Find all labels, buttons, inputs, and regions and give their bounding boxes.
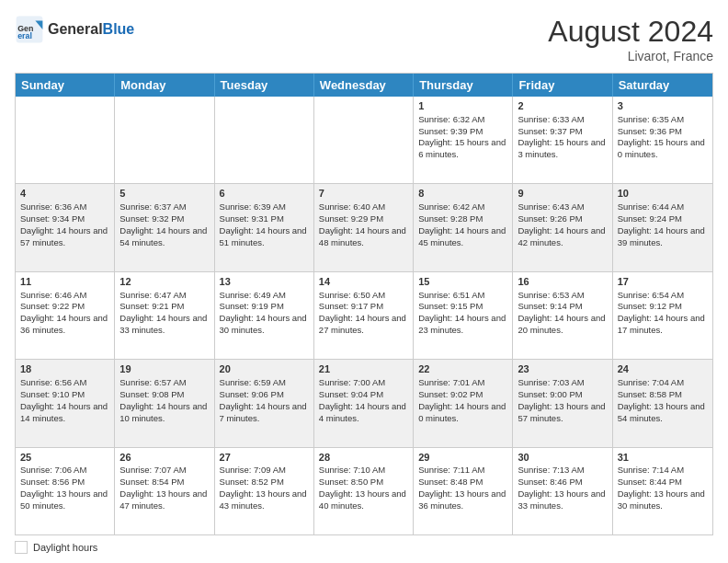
header-thursday: Thursday bbox=[414, 74, 513, 97]
cal-cell-1-6: 2Sunrise: 6:33 AMSunset: 9:37 PMDaylight… bbox=[513, 97, 612, 183]
cal-cell-5-5: 29Sunrise: 7:11 AMSunset: 8:48 PMDayligh… bbox=[414, 448, 513, 534]
sunset-text: Sunset: 8:52 PM bbox=[220, 477, 309, 488]
cal-cell-1-2 bbox=[115, 97, 214, 183]
sunrise-text: Sunrise: 6:39 AM bbox=[220, 201, 309, 213]
calendar-header: Sunday Monday Tuesday Wednesday Thursday… bbox=[16, 74, 712, 97]
cal-cell-4-1: 18Sunrise: 6:56 AMSunset: 9:10 PMDayligh… bbox=[16, 360, 115, 446]
daylight-text: Daylight: 13 hours and 43 minutes. bbox=[220, 488, 309, 512]
sunset-text: Sunset: 9:22 PM bbox=[20, 301, 109, 313]
sunset-text: Sunset: 9:28 PM bbox=[418, 213, 507, 225]
day-number: 6 bbox=[220, 187, 309, 201]
sunset-text: Sunset: 9:31 PM bbox=[220, 213, 309, 225]
header-saturday: Saturday bbox=[613, 74, 712, 97]
location: Livarot, France bbox=[548, 49, 713, 63]
sunrise-text: Sunrise: 7:09 AM bbox=[220, 465, 309, 477]
sunset-text: Sunset: 8:56 PM bbox=[20, 477, 109, 488]
day-number: 16 bbox=[518, 275, 607, 289]
cal-cell-1-1 bbox=[16, 97, 115, 183]
daylight-text: Daylight: 14 hours and 14 minutes. bbox=[20, 401, 109, 425]
sunrise-text: Sunrise: 6:53 AM bbox=[518, 290, 607, 302]
sunrise-text: Sunrise: 7:06 AM bbox=[20, 465, 109, 477]
day-number: 12 bbox=[119, 275, 209, 289]
sunrise-text: Sunrise: 6:33 AM bbox=[518, 114, 607, 126]
sunrise-text: Sunrise: 6:35 AM bbox=[618, 114, 708, 126]
cal-cell-3-4: 14Sunrise: 6:50 AMSunset: 9:17 PMDayligh… bbox=[314, 272, 414, 359]
daylight-text: Daylight: 14 hours and 23 minutes. bbox=[418, 313, 507, 337]
day-number: 20 bbox=[220, 362, 309, 376]
sunrise-text: Sunrise: 6:59 AM bbox=[220, 377, 309, 389]
cal-cell-1-3 bbox=[215, 97, 314, 183]
calendar: Sunday Monday Tuesday Wednesday Thursday… bbox=[15, 73, 713, 535]
cal-cell-1-5: 1Sunrise: 6:32 AMSunset: 9:39 PMDaylight… bbox=[414, 97, 513, 183]
daylight-text: Daylight: 13 hours and 40 minutes. bbox=[319, 488, 408, 512]
sunrise-text: Sunrise: 7:11 AM bbox=[418, 465, 507, 477]
day-number: 30 bbox=[518, 451, 607, 465]
cal-cell-4-2: 19Sunrise: 6:57 AMSunset: 9:08 PMDayligh… bbox=[115, 360, 214, 446]
sunset-text: Sunset: 9:24 PM bbox=[618, 213, 708, 225]
daylight-text: Daylight: 14 hours and 30 minutes. bbox=[220, 313, 309, 337]
day-number: 1 bbox=[418, 99, 507, 113]
calendar-week-4: 18Sunrise: 6:56 AMSunset: 9:10 PMDayligh… bbox=[16, 359, 712, 446]
sunrise-text: Sunrise: 6:37 AM bbox=[119, 201, 209, 213]
cal-cell-3-2: 12Sunrise: 6:47 AMSunset: 9:21 PMDayligh… bbox=[115, 272, 214, 359]
sunset-text: Sunset: 9:10 PM bbox=[20, 389, 109, 401]
sunrise-text: Sunrise: 7:10 AM bbox=[319, 465, 408, 477]
daylight-text: Daylight: 14 hours and 51 minutes. bbox=[220, 225, 309, 249]
day-number: 7 bbox=[319, 187, 408, 201]
sunset-text: Sunset: 9:08 PM bbox=[119, 389, 209, 401]
sunrise-text: Sunrise: 6:42 AM bbox=[418, 201, 507, 213]
day-number: 4 bbox=[20, 187, 109, 201]
cal-cell-3-7: 17Sunrise: 6:54 AMSunset: 9:12 PMDayligh… bbox=[613, 272, 712, 359]
calendar-week-2: 4Sunrise: 6:36 AMSunset: 9:34 PMDaylight… bbox=[16, 183, 712, 270]
cal-cell-4-4: 21Sunrise: 7:00 AMSunset: 9:04 PMDayligh… bbox=[314, 360, 414, 446]
daylight-text: Daylight: 13 hours and 57 minutes. bbox=[518, 401, 607, 425]
header-monday: Monday bbox=[115, 74, 214, 97]
day-number: 26 bbox=[119, 451, 209, 465]
cal-cell-4-3: 20Sunrise: 6:59 AMSunset: 9:06 PMDayligh… bbox=[215, 360, 314, 446]
cal-cell-3-5: 15Sunrise: 6:51 AMSunset: 9:15 PMDayligh… bbox=[414, 272, 513, 359]
cal-cell-1-7: 3Sunrise: 6:35 AMSunset: 9:36 PMDaylight… bbox=[613, 97, 712, 183]
daylight-text: Daylight: 14 hours and 0 minutes. bbox=[418, 401, 507, 425]
daylight-text: Daylight: 13 hours and 33 minutes. bbox=[518, 488, 607, 512]
sunset-text: Sunset: 9:14 PM bbox=[518, 301, 607, 313]
legend-box bbox=[15, 541, 28, 554]
sunset-text: Sunset: 9:17 PM bbox=[319, 301, 408, 313]
day-number: 13 bbox=[220, 275, 309, 289]
daylight-text: Daylight: 13 hours and 30 minutes. bbox=[618, 488, 708, 512]
day-number: 3 bbox=[618, 99, 708, 113]
day-number: 14 bbox=[319, 275, 408, 289]
daylight-text: Daylight: 14 hours and 42 minutes. bbox=[518, 225, 607, 249]
logo-blue: Blue bbox=[103, 21, 135, 37]
sunrise-text: Sunrise: 6:43 AM bbox=[518, 201, 607, 213]
cal-cell-2-3: 6Sunrise: 6:39 AMSunset: 9:31 PMDaylight… bbox=[215, 184, 314, 270]
sunset-text: Sunset: 8:50 PM bbox=[319, 477, 408, 488]
cal-cell-4-7: 24Sunrise: 7:04 AMSunset: 8:58 PMDayligh… bbox=[613, 360, 712, 446]
sunset-text: Sunset: 9:02 PM bbox=[418, 389, 507, 401]
sunset-text: Sunset: 8:54 PM bbox=[119, 477, 209, 488]
logo-general: General bbox=[48, 21, 103, 37]
day-number: 24 bbox=[618, 362, 708, 376]
daylight-text: Daylight: 15 hours and 0 minutes. bbox=[618, 137, 708, 161]
calendar-week-3: 11Sunrise: 6:46 AMSunset: 9:22 PMDayligh… bbox=[16, 271, 712, 359]
daylight-text: Daylight: 14 hours and 10 minutes. bbox=[119, 401, 209, 425]
sunset-text: Sunset: 9:12 PM bbox=[618, 301, 708, 313]
sunset-text: Sunset: 9:39 PM bbox=[418, 126, 507, 138]
cal-cell-1-4 bbox=[314, 97, 414, 183]
sunrise-text: Sunrise: 7:07 AM bbox=[119, 465, 209, 477]
sunrise-text: Sunrise: 7:04 AM bbox=[618, 377, 708, 389]
day-number: 9 bbox=[518, 187, 607, 201]
day-number: 8 bbox=[418, 187, 507, 201]
sunset-text: Sunset: 9:32 PM bbox=[119, 213, 209, 225]
sunset-text: Sunset: 8:48 PM bbox=[418, 477, 507, 488]
cal-cell-2-4: 7Sunrise: 6:40 AMSunset: 9:29 PMDaylight… bbox=[314, 184, 414, 270]
cal-cell-2-7: 10Sunrise: 6:44 AMSunset: 9:24 PMDayligh… bbox=[613, 184, 712, 270]
sunrise-text: Sunrise: 6:36 AM bbox=[20, 201, 109, 213]
cal-cell-5-1: 25Sunrise: 7:06 AMSunset: 8:56 PMDayligh… bbox=[16, 448, 115, 534]
legend: Daylight hours bbox=[15, 541, 713, 554]
daylight-text: Daylight: 13 hours and 36 minutes. bbox=[418, 488, 507, 512]
day-number: 18 bbox=[20, 362, 109, 376]
sunrise-text: Sunrise: 6:46 AM bbox=[20, 290, 109, 302]
cal-cell-5-7: 31Sunrise: 7:14 AMSunset: 8:44 PMDayligh… bbox=[613, 448, 712, 534]
daylight-text: Daylight: 14 hours and 39 minutes. bbox=[618, 225, 708, 249]
sunset-text: Sunset: 8:58 PM bbox=[618, 389, 708, 401]
